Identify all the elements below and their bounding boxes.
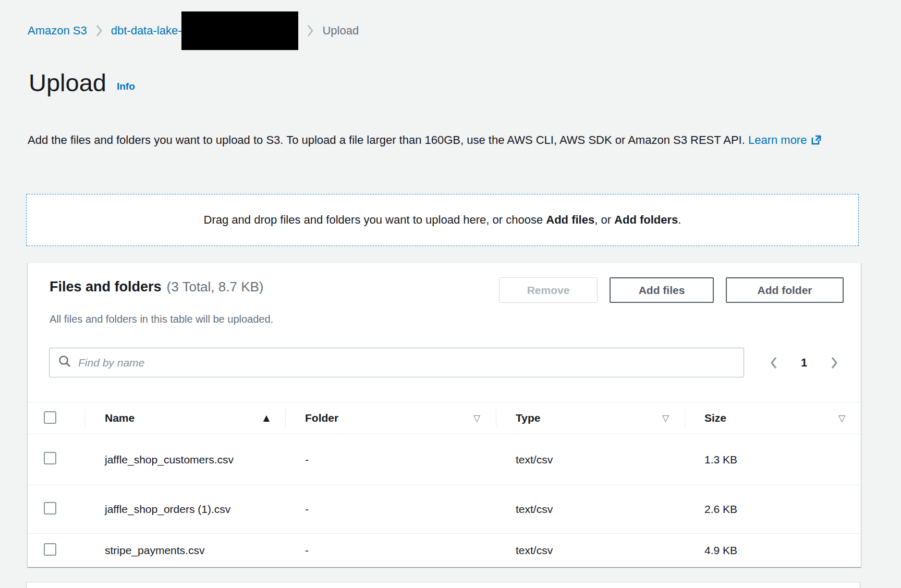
- cell-type: text/csv: [496, 485, 685, 534]
- previous-page-button[interactable]: [761, 350, 787, 376]
- table-header-row: Name▲ Folder▽ Type▽ Size▽: [28, 402, 861, 434]
- learn-more-label: Learn more: [748, 133, 807, 146]
- breadcrumb-current: Upload: [322, 24, 359, 38]
- cell-name: jaffle_shop_orders (1).csv: [85, 485, 285, 534]
- cell-name: jaffle_shop_customers.csv: [85, 434, 285, 485]
- select-all-header: [28, 402, 85, 434]
- column-header-size[interactable]: Size▽: [685, 402, 861, 434]
- row-checkbox[interactable]: [44, 543, 56, 556]
- panel-title: Files and folders(3 Total, 8.7 KB): [50, 279, 264, 295]
- info-link[interactable]: Info: [117, 81, 135, 92]
- chevron-right-icon: [307, 24, 314, 38]
- external-link-icon: [811, 131, 822, 152]
- sort-icon: ▽: [473, 413, 480, 423]
- redacted-bucket-name: [181, 11, 298, 50]
- breadcrumb: Amazon S3 dbt-data-lake- Upload: [28, 11, 359, 50]
- page-description: Add the files and folders you want to up…: [28, 129, 859, 152]
- sort-icon: ▽: [662, 413, 669, 423]
- table-row: jaffle_shop_orders (1).csv - text/csv 2.…: [28, 485, 861, 534]
- cell-folder: -: [285, 534, 496, 568]
- sort-ascending-icon: ▲: [263, 413, 270, 423]
- search-box: [49, 348, 744, 377]
- search-icon: [58, 354, 72, 371]
- cell-type: text/csv: [496, 534, 685, 568]
- table-row: jaffle_shop_customers.csv - text/csv 1.3…: [28, 434, 861, 485]
- description-text: Add the files and folders you want to up…: [28, 133, 745, 146]
- column-header-name[interactable]: Name▲: [85, 402, 285, 434]
- table-row: stripe_payments.csv - text/csv 4.9 KB: [28, 534, 861, 568]
- row-checkbox-cell: [28, 434, 85, 485]
- chevron-right-icon: [95, 24, 103, 38]
- files-table: Name▲ Folder▽ Type▽ Size▽ jaffle_shop_cu…: [28, 402, 861, 567]
- search-input[interactable]: [78, 357, 744, 369]
- cell-size: 2.6 KB: [685, 485, 861, 534]
- cell-size: 1.3 KB: [685, 434, 861, 485]
- files-and-folders-panel: Files and folders(3 Total, 8.7 KB) All f…: [28, 263, 861, 567]
- pagination: 1: [759, 348, 849, 377]
- page-title: Upload: [29, 68, 106, 97]
- next-page-button[interactable]: [821, 350, 847, 376]
- panel-item-count: (3 Total, 8.7 KB): [167, 279, 264, 295]
- sort-icon: ▽: [838, 413, 845, 423]
- page-number[interactable]: 1: [791, 350, 817, 376]
- panel-actions: Remove Add files Add folder: [499, 277, 844, 303]
- remove-button[interactable]: Remove: [499, 277, 598, 303]
- cell-name: stripe_payments.csv: [85, 534, 285, 568]
- panel-subtitle: All files and folders in this table will…: [50, 313, 273, 325]
- column-header-folder[interactable]: Folder▽: [285, 402, 496, 434]
- learn-more-link[interactable]: Learn more: [748, 133, 822, 146]
- row-checkbox-cell: [28, 485, 85, 534]
- row-checkbox[interactable]: [44, 502, 56, 514]
- breadcrumb-amazon-s3-link[interactable]: Amazon S3: [28, 24, 87, 38]
- page-heading: Upload Info: [29, 68, 135, 97]
- column-header-type[interactable]: Type▽: [496, 402, 685, 434]
- next-section-card: [27, 582, 860, 588]
- add-files-button[interactable]: Add files: [610, 277, 714, 303]
- select-all-checkbox[interactable]: [44, 411, 56, 424]
- drag-and-drop-zone[interactable]: Drag and drop files and folders you want…: [26, 194, 859, 246]
- cell-folder: -: [285, 485, 496, 534]
- row-checkbox[interactable]: [44, 452, 56, 464]
- cell-size: 4.9 KB: [685, 534, 861, 568]
- cell-folder: -: [285, 434, 496, 485]
- cell-type: text/csv: [496, 434, 685, 485]
- dropzone-text: Drag and drop files and folders you want…: [204, 213, 681, 227]
- add-folder-button[interactable]: Add folder: [726, 277, 844, 303]
- breadcrumb-bucket-link[interactable]: dbt-data-lake-: [111, 24, 182, 38]
- row-checkbox-cell: [28, 534, 85, 568]
